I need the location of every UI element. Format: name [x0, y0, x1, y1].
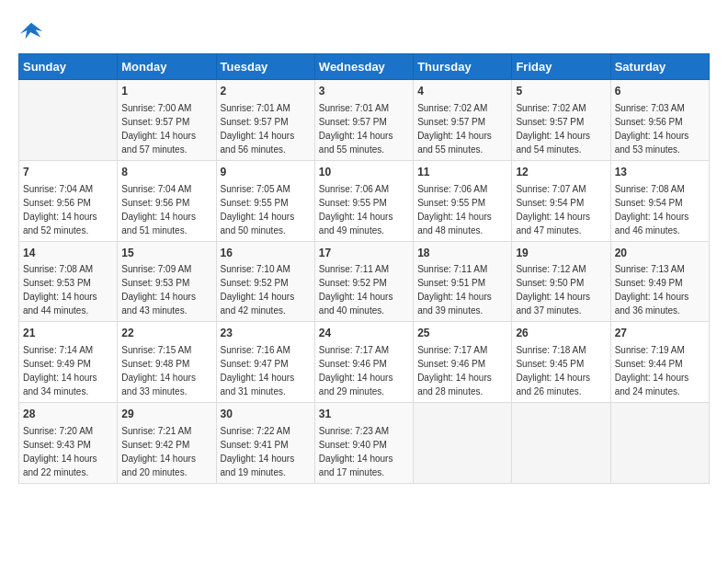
day-number: 27	[615, 326, 705, 341]
sunset-info: Sunset: 9:53 PM	[121, 278, 189, 288]
calendar-cell: 22 Sunrise: 7:15 AM Sunset: 9:48 PM Dayl…	[118, 322, 216, 403]
calendar-cell: 21 Sunrise: 7:14 AM Sunset: 9:49 PM Dayl…	[19, 322, 118, 403]
day-number: 17	[319, 246, 409, 261]
daylight-info: Daylight: 14 hours and 31 minutes.	[221, 373, 295, 396]
calendar-cell: 1 Sunrise: 7:00 AM Sunset: 9:57 PM Dayli…	[118, 80, 216, 161]
calendar-row: 21 Sunrise: 7:14 AM Sunset: 9:49 PM Dayl…	[19, 322, 710, 403]
calendar-cell: 8 Sunrise: 7:04 AM Sunset: 9:56 PM Dayli…	[118, 160, 216, 241]
sunrise-info: Sunrise: 7:17 AM	[319, 345, 389, 355]
sunrise-info: Sunrise: 7:06 AM	[319, 184, 389, 194]
sunset-info: Sunset: 9:50 PM	[516, 278, 584, 288]
calendar-header-cell: Sunday	[19, 54, 118, 80]
sunrise-info: Sunrise: 7:18 AM	[516, 345, 586, 355]
sunrise-info: Sunrise: 7:01 AM	[221, 103, 290, 113]
day-number: 2	[221, 84, 311, 99]
day-number: 5	[516, 84, 606, 99]
day-number: 21	[23, 326, 113, 341]
day-number: 18	[417, 246, 507, 261]
day-number: 20	[615, 246, 705, 261]
daylight-info: Daylight: 14 hours and 33 minutes.	[121, 373, 196, 396]
daylight-info: Daylight: 14 hours and 51 minutes.	[121, 212, 196, 236]
sunset-info: Sunset: 9:44 PM	[615, 359, 683, 369]
sunrise-info: Sunrise: 7:01 AM	[319, 103, 389, 113]
daylight-info: Daylight: 14 hours and 37 minutes.	[516, 292, 590, 316]
sunset-info: Sunset: 9:54 PM	[516, 198, 584, 208]
sunrise-info: Sunrise: 7:03 AM	[615, 103, 685, 113]
sunset-info: Sunset: 9:53 PM	[23, 278, 91, 288]
day-number: 12	[516, 165, 606, 180]
day-number: 26	[516, 326, 606, 341]
calendar-cell: 27 Sunrise: 7:19 AM Sunset: 9:44 PM Dayl…	[610, 322, 709, 403]
day-number: 10	[319, 165, 409, 180]
sunset-info: Sunset: 9:45 PM	[516, 359, 584, 369]
sunset-info: Sunset: 9:48 PM	[121, 359, 189, 369]
calendar-cell: 2 Sunrise: 7:01 AM Sunset: 9:57 PM Dayli…	[216, 80, 314, 161]
sunset-info: Sunset: 9:57 PM	[221, 117, 289, 127]
calendar-header-row: SundayMondayTuesdayWednesdayThursdayFrid…	[19, 54, 710, 80]
day-number: 7	[23, 165, 113, 180]
calendar-cell: 12 Sunrise: 7:07 AM Sunset: 9:54 PM Dayl…	[512, 160, 610, 241]
calendar-row: 1 Sunrise: 7:00 AM Sunset: 9:57 PM Dayli…	[19, 80, 710, 161]
day-number: 31	[319, 407, 409, 422]
sunset-info: Sunset: 9:42 PM	[121, 440, 189, 450]
calendar-cell: 6 Sunrise: 7:03 AM Sunset: 9:56 PM Dayli…	[610, 80, 709, 161]
sunrise-info: Sunrise: 7:04 AM	[121, 184, 191, 194]
calendar-cell: 3 Sunrise: 7:01 AM Sunset: 9:57 PM Dayli…	[314, 80, 413, 161]
daylight-info: Daylight: 14 hours and 46 minutes.	[615, 212, 689, 236]
calendar-cell: 14 Sunrise: 7:08 AM Sunset: 9:53 PM Dayl…	[19, 241, 118, 322]
daylight-info: Daylight: 14 hours and 54 minutes.	[516, 131, 590, 155]
daylight-info: Daylight: 14 hours and 28 minutes.	[417, 373, 492, 396]
daylight-info: Daylight: 14 hours and 47 minutes.	[516, 212, 590, 236]
sunset-info: Sunset: 9:46 PM	[417, 359, 485, 369]
sunrise-info: Sunrise: 7:00 AM	[121, 103, 191, 113]
sunrise-info: Sunrise: 7:21 AM	[121, 426, 191, 436]
calendar-cell: 28 Sunrise: 7:20 AM Sunset: 9:43 PM Dayl…	[19, 403, 118, 484]
day-number: 29	[121, 407, 211, 422]
sunrise-info: Sunrise: 7:06 AM	[417, 184, 487, 194]
day-number: 24	[319, 326, 409, 341]
calendar-cell: 20 Sunrise: 7:13 AM Sunset: 9:49 PM Dayl…	[610, 241, 709, 322]
day-number: 6	[615, 84, 705, 99]
sunrise-info: Sunrise: 7:23 AM	[319, 426, 389, 436]
calendar-cell: 4 Sunrise: 7:02 AM Sunset: 9:57 PM Dayli…	[414, 80, 512, 161]
sunset-info: Sunset: 9:40 PM	[319, 440, 387, 450]
calendar-cell: 19 Sunrise: 7:12 AM Sunset: 9:50 PM Dayl…	[512, 241, 610, 322]
sunset-info: Sunset: 9:43 PM	[23, 440, 91, 450]
calendar-cell	[610, 403, 709, 484]
daylight-info: Daylight: 14 hours and 53 minutes.	[615, 131, 689, 155]
day-number: 30	[221, 407, 311, 422]
sunrise-info: Sunrise: 7:15 AM	[121, 345, 191, 355]
sunrise-info: Sunrise: 7:11 AM	[417, 264, 487, 274]
calendar-cell: 18 Sunrise: 7:11 AM Sunset: 9:51 PM Dayl…	[414, 241, 512, 322]
sunset-info: Sunset: 9:47 PM	[221, 359, 289, 369]
day-number: 23	[221, 326, 311, 341]
daylight-info: Daylight: 14 hours and 34 minutes.	[23, 373, 97, 396]
day-number: 9	[221, 165, 311, 180]
calendar-cell: 13 Sunrise: 7:08 AM Sunset: 9:54 PM Dayl…	[610, 160, 709, 241]
daylight-info: Daylight: 14 hours and 57 minutes.	[121, 131, 196, 155]
day-number: 15	[121, 246, 211, 261]
calendar-row: 14 Sunrise: 7:08 AM Sunset: 9:53 PM Dayl…	[19, 241, 710, 322]
sunrise-info: Sunrise: 7:22 AM	[221, 426, 290, 436]
day-number: 3	[319, 84, 409, 99]
sunset-info: Sunset: 9:49 PM	[615, 278, 683, 288]
calendar-cell	[19, 80, 118, 161]
sunset-info: Sunset: 9:57 PM	[516, 117, 584, 127]
daylight-info: Daylight: 14 hours and 24 minutes.	[615, 373, 689, 396]
calendar-row: 7 Sunrise: 7:04 AM Sunset: 9:56 PM Dayli…	[19, 160, 710, 241]
daylight-info: Daylight: 14 hours and 22 minutes.	[23, 454, 97, 477]
daylight-info: Daylight: 14 hours and 55 minutes.	[417, 131, 492, 155]
daylight-info: Daylight: 14 hours and 52 minutes.	[23, 212, 97, 236]
daylight-info: Daylight: 14 hours and 17 minutes.	[319, 454, 393, 477]
sunset-info: Sunset: 9:54 PM	[615, 198, 683, 208]
sunset-info: Sunset: 9:55 PM	[417, 198, 485, 208]
calendar-header-cell: Saturday	[610, 54, 709, 80]
sunset-info: Sunset: 9:55 PM	[319, 198, 387, 208]
sunrise-info: Sunrise: 7:11 AM	[319, 264, 389, 274]
calendar-cell	[414, 403, 512, 484]
sunrise-info: Sunrise: 7:04 AM	[23, 184, 93, 194]
calendar-cell: 16 Sunrise: 7:10 AM Sunset: 9:52 PM Dayl…	[216, 241, 314, 322]
calendar-cell: 17 Sunrise: 7:11 AM Sunset: 9:52 PM Dayl…	[314, 241, 413, 322]
sunrise-info: Sunrise: 7:09 AM	[121, 264, 191, 274]
daylight-info: Daylight: 14 hours and 43 minutes.	[121, 292, 196, 316]
